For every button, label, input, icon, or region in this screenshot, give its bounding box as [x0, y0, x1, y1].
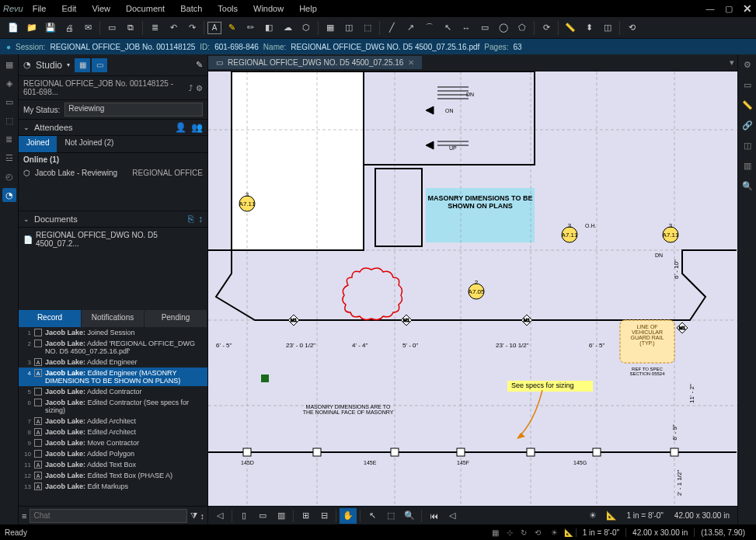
search-icon[interactable]: 🔍 — [740, 179, 754, 193]
session-filter-icon[interactable]: ⚙ — [196, 84, 203, 92]
menu-file[interactable]: File — [33, 4, 47, 13]
zoom-icon[interactable]: 🔍 — [401, 508, 418, 524]
record-tab[interactable]: Record — [19, 310, 82, 327]
sync-icon[interactable]: ⟲ — [623, 19, 640, 37]
first-page-icon[interactable]: ⏮ — [425, 508, 442, 524]
shape-icon[interactable]: ◫ — [340, 19, 357, 37]
single-page-icon[interactable]: ▯ — [235, 508, 253, 524]
thumbnails-icon[interactable]: ▦ — [2, 57, 16, 71]
ellipse-icon[interactable]: ◯ — [495, 19, 512, 37]
drawing-canvas[interactable]: A7.113 A7.113 A7.113 A7.052 M1 M1 — [208, 71, 737, 506]
print-icon[interactable]: 🖨 — [61, 19, 78, 37]
studio-settings-icon[interactable]: ✎ — [196, 60, 203, 70]
zoom-select-icon[interactable]: ⬚ — [382, 508, 399, 524]
save-icon[interactable]: 💾 — [42, 19, 59, 37]
record-item[interactable]: 9Jacob Lake: Move Contractor — [19, 437, 207, 448]
menu-document[interactable]: Document — [126, 4, 165, 13]
layers-icon[interactable]: ≣ — [2, 132, 16, 146]
session-view-toggle[interactable]: ▦ — [75, 58, 90, 72]
record-item[interactable]: 7AJacob Lake: Added Architect — [19, 416, 207, 427]
scale-icon[interactable]: 📐 — [603, 508, 620, 524]
record-item[interactable]: 8AJacob Lake: Edited Architect — [19, 427, 207, 437]
arc-icon[interactable]: ⌒ — [420, 19, 437, 37]
status-scale-icon[interactable]: 📐 — [562, 526, 576, 538]
project-view-toggle[interactable]: ▭ — [92, 58, 107, 72]
documents-header[interactable]: ⌄ Documents ⎘ ↕ — [19, 211, 207, 228]
tablet-icon[interactable]: ▭ — [103, 19, 120, 37]
doc-tab-dropdown-icon[interactable]: ▾ — [730, 57, 734, 68]
note-icon[interactable]: ◧ — [260, 19, 277, 37]
select-icon[interactable]: ↖ — [364, 508, 381, 524]
add-doc-icon[interactable]: ⎘ — [188, 214, 193, 225]
doc-tab-close-icon[interactable]: ✕ — [408, 58, 414, 67]
undo-icon[interactable]: ↶ — [165, 19, 182, 37]
grid-snap-icon[interactable]: ▦ — [489, 526, 503, 538]
prev-view-icon[interactable]: ◁ — [211, 508, 228, 524]
prev-page-icon[interactable]: ◁ — [444, 508, 461, 524]
record-item[interactable]: 10Jacob Lake: Added Polygon — [19, 448, 207, 459]
record-item[interactable]: 1Jacob Lake: Joined Session — [19, 327, 207, 338]
redo-icon[interactable]: ↷ — [183, 19, 200, 37]
align-icon[interactable]: ≣ — [146, 19, 163, 37]
follow-icon[interactable]: 👥 — [191, 122, 203, 133]
menu-edit[interactable]: Edit — [61, 4, 76, 13]
spaces-icon[interactable]: ◫ — [740, 138, 754, 152]
arrow-icon[interactable]: ↗ — [402, 19, 419, 37]
cloud-icon[interactable]: ☁ — [279, 19, 296, 37]
studio-panel-icon[interactable]: ◔ — [2, 188, 16, 202]
open-icon[interactable]: 📁 — [23, 19, 40, 37]
measure-icon[interactable]: 📏 — [562, 19, 579, 37]
bookmarks-icon[interactable]: ◈ — [2, 76, 16, 90]
status-dropdown[interactable]: Reviewing — [64, 103, 203, 117]
snap-icon[interactable]: ⊹ — [503, 526, 517, 538]
joined-tab[interactable]: Joined — [19, 136, 57, 152]
chat-filter-icon[interactable]: ⧩ — [190, 510, 197, 521]
invite-icon[interactable]: 👤 — [175, 122, 186, 133]
copy-icon[interactable]: ⧉ — [122, 19, 139, 37]
doc-sort-icon[interactable]: ↕ — [198, 214, 203, 225]
chat-input[interactable] — [30, 509, 186, 523]
forms-icon[interactable]: ▭ — [740, 78, 754, 92]
side-by-side-icon[interactable]: ▥ — [273, 508, 290, 524]
not-joined-tab[interactable]: Not Joined (2) — [57, 136, 121, 152]
crop-icon[interactable]: ⬚ — [359, 19, 376, 37]
record-item[interactable]: 13AJacob Lake: Edit Markups — [19, 481, 207, 492]
area-icon[interactable]: ⬍ — [580, 19, 597, 37]
record-item[interactable]: 5Jacob Lake: Added Contractor — [19, 386, 207, 397]
maximize-icon[interactable]: ▢ — [723, 4, 734, 14]
leave-session-icon[interactable]: ⤴ — [189, 84, 193, 92]
line-icon[interactable]: ╱ — [383, 19, 400, 37]
minimize-icon[interactable]: — — [705, 4, 716, 13]
close-icon[interactable]: ✕ — [742, 2, 753, 15]
reuse-icon[interactable]: ↻ — [517, 526, 531, 538]
pending-tab[interactable]: Pending — [145, 310, 207, 327]
menu-view[interactable]: View — [92, 4, 110, 13]
menu-tools[interactable]: Tools — [218, 4, 238, 13]
doc-tab[interactable]: ▭ REGIONAL OFFICE_DWG NO. D5 4500_07.25.… — [208, 56, 422, 69]
record-item[interactable]: 4AJacob Lake: Edited Engineer (MASONRY D… — [19, 368, 207, 386]
menu-help[interactable]: Help — [299, 4, 317, 13]
email-icon[interactable]: ✉ — [79, 19, 96, 37]
new-doc-icon[interactable]: 📄 — [5, 19, 22, 37]
search-panel-icon[interactable]: ◴ — [2, 169, 16, 183]
dim-toggle-icon[interactable]: ☀ — [584, 508, 601, 524]
polygon-icon[interactable]: ⬠ — [514, 19, 531, 37]
studio-dropdown-icon[interactable]: ▾ — [67, 61, 70, 68]
pan-icon[interactable]: ✋ — [340, 508, 357, 524]
properties-icon[interactable]: ☲ — [2, 151, 16, 165]
links-icon[interactable]: 🔗 — [740, 118, 754, 132]
measure-panel-icon[interactable]: 📏 — [740, 98, 754, 112]
chat-sort-icon[interactable]: ↕ — [200, 511, 205, 521]
text-icon[interactable]: A — [207, 22, 221, 34]
continuous-icon[interactable]: ▭ — [254, 508, 271, 524]
sync-status-icon[interactable]: ⟲ — [531, 526, 545, 538]
image-icon[interactable]: ▦ — [322, 19, 339, 37]
menu-window[interactable]: Window — [253, 4, 284, 13]
file-access-icon[interactable]: ▭ — [2, 95, 16, 109]
document-item[interactable]: 📄 REGIONAL OFFICE_DWG NO. D5 4500_07.2..… — [19, 228, 207, 251]
highlight-icon[interactable]: ✎ — [223, 19, 240, 37]
attendees-header[interactable]: ⌄ Attendees 👤 👥 — [19, 119, 207, 136]
status-dim-icon[interactable]: ☀ — [548, 526, 562, 538]
fit-page-icon[interactable]: ⊞ — [297, 508, 314, 524]
gear-icon[interactable]: ⚙ — [740, 57, 754, 71]
